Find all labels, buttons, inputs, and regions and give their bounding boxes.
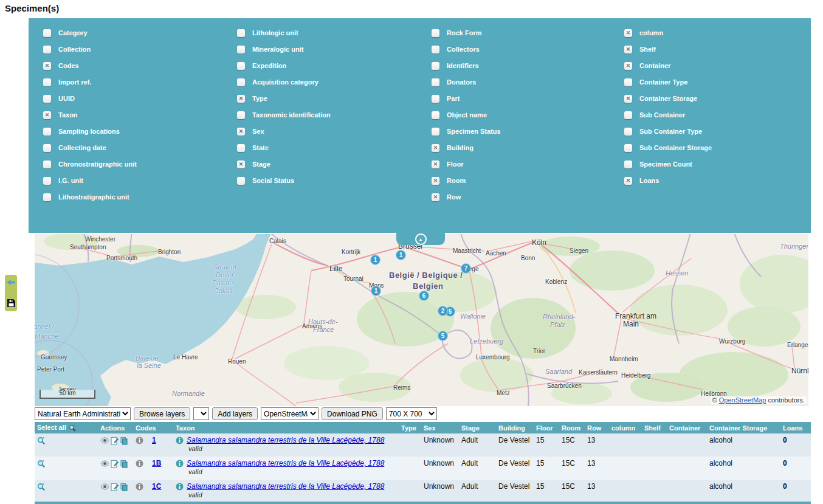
row-zoom-icon[interactable] [37, 460, 46, 468]
basemap-select[interactable]: OpenStreetMap [261, 407, 319, 420]
checkbox-unchecked[interactable] [624, 161, 632, 168]
taxon-link[interactable]: Salamandra salamandra terrestris de la V… [187, 459, 384, 468]
checkbox-checked[interactable]: ✕ [624, 29, 632, 37]
duplicate-icon[interactable] [120, 483, 128, 491]
checkbox-unchecked[interactable] [624, 128, 632, 136]
checkbox-unchecked[interactable] [432, 95, 439, 103]
taxon-info-icon[interactable] [176, 460, 184, 468]
panel-collapse-tab[interactable]: ▲ [396, 233, 445, 245]
code-info-icon[interactable] [136, 460, 143, 468]
edit-icon[interactable] [111, 437, 119, 445]
map-marker[interactable]: 1 [396, 250, 406, 260]
taxon-link[interactable]: Salamandra salamandra terrestris de la V… [187, 482, 384, 491]
checkbox-unchecked[interactable] [237, 111, 245, 119]
checkbox-unchecked[interactable] [43, 144, 51, 152]
taxon-link[interactable]: Salamandra salamandra terrestris de la V… [187, 436, 384, 444]
download-png-button[interactable]: Download PNG [322, 407, 383, 420]
edit-icon[interactable] [111, 460, 119, 468]
checkbox-unchecked[interactable] [432, 78, 439, 86]
code-link[interactable]: 1 [152, 436, 156, 444]
save-icon[interactable] [7, 299, 15, 307]
checkbox-unchecked[interactable] [43, 161, 51, 168]
code-link[interactable]: 1B [152, 459, 161, 468]
checkbox-unchecked[interactable] [237, 29, 245, 37]
map-marker[interactable]: 2 [438, 306, 448, 316]
checkbox-checked[interactable]: ✕ [432, 144, 439, 152]
checkbox-unchecked[interactable] [432, 111, 439, 119]
map-marker[interactable]: 5 [438, 331, 448, 341]
column-header-loans[interactable]: Loans [780, 422, 811, 433]
checkbox-checked[interactable]: ✕ [237, 128, 245, 136]
browse-layers-button[interactable]: Browse layers [134, 407, 190, 420]
code-link[interactable]: 1C [152, 482, 161, 491]
column-header-container-storage[interactable]: Container Storage [707, 422, 780, 433]
column-header-taxon[interactable]: Taxon [173, 422, 399, 433]
checkbox-unchecked[interactable] [624, 111, 632, 119]
column-header-type[interactable]: Type [399, 422, 421, 433]
column-header-column[interactable]: column [609, 422, 642, 433]
column-header-building[interactable]: Building [496, 422, 534, 433]
map-marker[interactable]: 6 [419, 291, 429, 301]
checkbox-unchecked[interactable] [43, 29, 51, 37]
checkbox-unchecked[interactable] [237, 177, 245, 185]
checkbox-unchecked[interactable] [43, 95, 51, 103]
size-select[interactable]: 700 X 700 [386, 407, 437, 420]
checkbox-unchecked[interactable] [43, 177, 51, 185]
column-header-actions[interactable]: Actions [98, 422, 133, 433]
column-header-select-all[interactable]: Select all [35, 422, 98, 433]
checkbox-unchecked[interactable] [432, 29, 439, 37]
checkbox-checked[interactable]: ✕ [624, 62, 632, 70]
checkbox-checked[interactable]: ✕ [624, 177, 632, 185]
checkbox-unchecked[interactable] [432, 46, 439, 54]
duplicate-icon[interactable] [120, 437, 128, 445]
row-zoom-icon[interactable] [37, 483, 46, 491]
checkbox-unchecked[interactable] [237, 62, 245, 70]
view-eye-icon[interactable] [100, 460, 109, 467]
map-canvas[interactable]: WinchesterSouthamptonPortsmouthBrightonC… [35, 234, 808, 406]
column-header-container[interactable]: Container [667, 422, 707, 433]
mini-layer-select[interactable] [193, 407, 209, 420]
back-arrow-icon[interactable] [7, 279, 16, 286]
column-header-codes[interactable]: Codes [133, 422, 173, 433]
checkbox-checked[interactable]: ✕ [624, 46, 632, 54]
checkbox-checked[interactable]: ✕ [237, 161, 245, 168]
map-marker[interactable]: 7 [461, 263, 471, 274]
view-eye-icon[interactable] [100, 483, 109, 490]
checkbox-unchecked[interactable] [624, 78, 632, 86]
code-info-icon[interactable] [136, 437, 143, 444]
checkbox-checked[interactable]: ✕ [43, 62, 51, 70]
taxon-info-icon[interactable] [176, 437, 184, 444]
checkbox-unchecked[interactable] [432, 128, 439, 136]
checkbox-unchecked[interactable] [43, 46, 51, 54]
map-marker[interactable]: 1 [371, 286, 381, 296]
column-header-shelf[interactable]: Shelf [642, 422, 667, 433]
column-header-row[interactable]: Row [585, 422, 609, 433]
checkbox-unchecked[interactable] [237, 78, 245, 86]
code-info-icon[interactable] [136, 483, 143, 491]
column-header-floor[interactable]: Floor [534, 422, 559, 433]
map-marker[interactable]: 1 [370, 255, 381, 265]
taxon-info-icon[interactable] [176, 483, 184, 491]
duplicate-icon[interactable] [120, 460, 128, 468]
column-header-sex[interactable]: Sex [421, 422, 459, 433]
checkbox-checked[interactable]: ✕ [432, 193, 439, 201]
checkbox-unchecked[interactable] [237, 46, 245, 54]
checkbox-checked[interactable]: ✕ [237, 95, 245, 103]
checkbox-unchecked[interactable] [43, 193, 51, 201]
checkbox-unchecked[interactable] [237, 144, 245, 152]
add-layers-button[interactable]: Add layers [212, 407, 258, 420]
checkbox-checked[interactable]: ✕ [432, 177, 439, 185]
checkbox-unchecked[interactable] [624, 144, 632, 152]
column-header-room[interactable]: Room [559, 422, 585, 433]
checkbox-unchecked[interactable] [432, 62, 439, 70]
row-zoom-icon[interactable] [37, 437, 46, 445]
view-eye-icon[interactable] [100, 437, 109, 444]
checkbox-checked[interactable]: ✕ [432, 161, 439, 168]
edit-icon[interactable] [111, 483, 119, 491]
checkbox-checked[interactable]: ✕ [43, 111, 51, 119]
openstreetmap-link[interactable]: OpenStreetMap [719, 396, 766, 404]
checkbox-unchecked[interactable] [43, 128, 51, 136]
checkbox-unchecked[interactable] [43, 78, 51, 86]
checkbox-checked[interactable]: ✕ [624, 95, 632, 103]
layer-select[interactable]: Natural Earth Administrative [35, 407, 131, 420]
